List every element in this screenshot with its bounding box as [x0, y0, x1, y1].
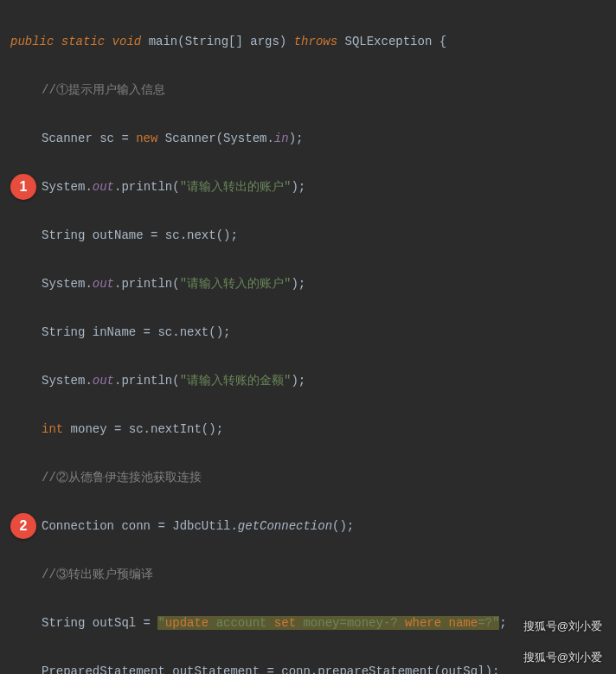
code-line: int money = sc.nextInt(); [5, 417, 611, 441]
text: String outName = sc.next(); [42, 228, 238, 242]
text: ); [291, 180, 305, 194]
code-line: //①提示用户输入信息 [5, 78, 611, 102]
code-line: public static void main(String[] args) t… [5, 29, 611, 54]
code-line: System.out.println("请输入转入的账户"); [5, 272, 611, 296]
comment: //②从德鲁伊连接池获取连接 [42, 471, 202, 485]
text: String inName = sc.next(); [42, 325, 230, 339]
code-block: public static void main(String[] args) t… [0, 0, 616, 674]
brace: { [440, 35, 446, 48]
sql-where: where [405, 616, 448, 630]
text: System. [42, 374, 93, 388]
field-out: out [93, 180, 114, 194]
text: (); [332, 519, 354, 533]
kw-new: new [136, 132, 165, 145]
text: ); [291, 374, 305, 388]
kw-throws: throws [294, 35, 345, 48]
field-in: in [274, 132, 289, 145]
text: .println( [114, 277, 180, 291]
text: Scanner(System. [165, 132, 274, 145]
text: System. [42, 277, 93, 291]
text: .println( [114, 180, 180, 194]
code-line: 2Connection conn = JdbcUtil.getConnectio… [5, 514, 611, 538]
code-line: PreparedStatement outStatement = conn.pr… [5, 659, 611, 674]
code-line: Scanner sc = new Scanner(System.in); [5, 126, 611, 151]
sql-name: name [449, 616, 478, 630]
text: Scanner sc = [42, 132, 136, 145]
text: ; [499, 616, 506, 630]
code-line: String outSql = "update account set mone… [5, 611, 611, 635]
text: System. [42, 180, 93, 194]
sql-set: set [274, 616, 304, 630]
kw-int: int [42, 422, 71, 436]
step-badge-1: 1 [10, 174, 36, 200]
code-line: System.out.println("请输入转账的金额"); [5, 369, 611, 393]
text: String outSql = [42, 616, 157, 630]
text: PreparedStatement outStatement = conn.pr… [42, 664, 499, 674]
text: ); [291, 277, 305, 291]
text: .println( [114, 374, 180, 388]
sql-quote: " [157, 616, 164, 630]
text: Connection conn = JdbcUtil. [42, 519, 238, 533]
watermark: 搜狐号@刘小爱 [523, 619, 602, 634]
sql-text: money=money-? [303, 616, 405, 630]
text: money = sc.nextInt(); [71, 422, 223, 436]
code-line: //③转出账户预编译 [5, 562, 611, 587]
code-line: String inName = sc.next(); [5, 320, 611, 344]
sql-text: account [216, 616, 274, 630]
method-call: getConnection [238, 519, 332, 533]
step-badge-2: 2 [10, 513, 36, 539]
comment: //①提示用户输入信息 [42, 83, 165, 97]
string-literal: "请输入转出的账户" [180, 180, 292, 194]
exception-type: SQLException [344, 35, 439, 48]
string-literal: "请输入转账的金额" [180, 374, 292, 388]
comment: //③转出账户预编译 [42, 568, 153, 581]
code-line: //②从德鲁伊连接池获取连接 [5, 465, 611, 490]
kw-public-static-void: public static void [10, 35, 149, 48]
method-name: main [149, 35, 178, 48]
text: ); [289, 132, 304, 145]
sql-text: =? [478, 616, 492, 630]
code-line: 1System.out.println("请输入转出的账户"); [5, 175, 611, 199]
watermark: 搜狐号@刘小爱 [523, 650, 602, 665]
params: (String[] args) [177, 35, 293, 48]
field-out: out [93, 277, 114, 291]
code-line: String outName = sc.next(); [5, 223, 611, 247]
field-out: out [93, 374, 114, 388]
sql-update: update [165, 616, 216, 630]
string-literal: "请输入转入的账户" [180, 277, 292, 291]
